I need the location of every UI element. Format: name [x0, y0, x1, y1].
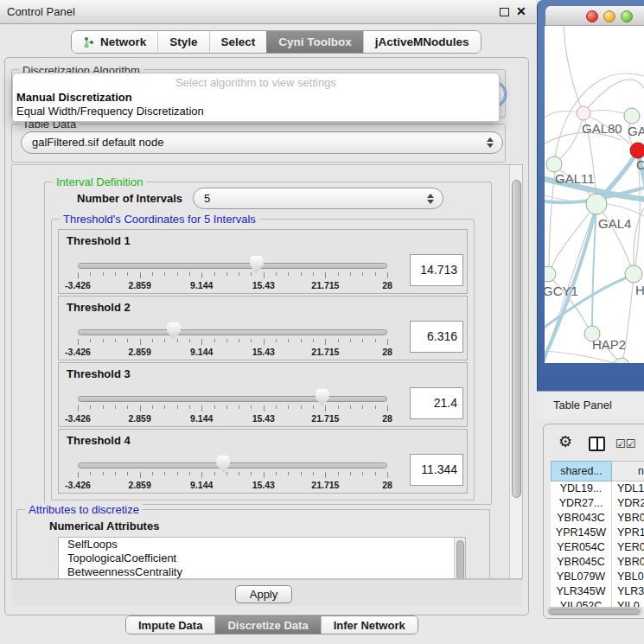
threshold-value-box[interactable]: 14.713: [410, 254, 463, 286]
tab-style[interactable]: Style: [157, 31, 208, 53]
cell-name[interactable]: YER0: [612, 540, 644, 555]
network-node-gal80[interactable]: [577, 106, 590, 120]
gear-icon[interactable]: ⚙: [558, 434, 572, 450]
tab-label: Select: [221, 35, 256, 48]
attributes-group-label: Attributes to discretize: [25, 503, 143, 516]
scrollbar-thumb[interactable]: [456, 540, 464, 579]
numerical-attributes-list[interactable]: SelfLoopsTopologicalCoefficientBetweenne…: [58, 537, 466, 579]
tab-cyni-toolbox[interactable]: Cyni Toolbox: [266, 31, 363, 53]
table-row[interactable]: YBR043CYBR0: [551, 511, 644, 526]
number-of-intervals-combobox[interactable]: 5: [193, 188, 443, 209]
column-header-name[interactable]: na: [612, 461, 644, 481]
algorithm-popup-hint: Select algorithm to view settings: [13, 76, 499, 89]
threshold-panel: Threshold 1-3.4262.8599.14415.4321.71528…: [58, 229, 468, 294]
slider-track[interactable]: [78, 396, 387, 402]
node-label: GAL80: [582, 121, 622, 136]
cell-shared-name[interactable]: YPR145W: [551, 526, 612, 540]
table-row[interactable]: YBR045CYBR0: [551, 555, 644, 570]
cell-name[interactable]: YLR3: [612, 584, 644, 599]
slider-scale-labels: -3.4262.8599.14415.4321.71528: [78, 347, 387, 357]
column-header-shared-name[interactable]: shared...: [551, 461, 612, 481]
network-node-gcy1[interactable]: [545, 266, 556, 282]
application-window: Control Panel ✕ NetworkStyleSelectCyni T…: [0, 0, 644, 644]
table-row[interactable]: YLR345WYLR3: [551, 584, 644, 599]
apply-button[interactable]: Apply: [235, 585, 292, 603]
cell-shared-name[interactable]: YDR27...: [551, 496, 612, 511]
zoom-traffic-light-icon[interactable]: [621, 10, 633, 22]
cell-name[interactable]: YPR1: [612, 526, 644, 540]
threshold-label: Threshold 1: [67, 234, 131, 247]
table-data-combobox[interactable]: galFiltered.sif default node: [21, 131, 503, 154]
slider-thumb[interactable]: [216, 456, 230, 473]
slider-thumb[interactable]: [167, 322, 181, 340]
table-row[interactable]: YDL19...YDL1: [551, 481, 644, 496]
cell-shared-name[interactable]: YIL052C: [551, 599, 612, 607]
tab-label: Cyni Toolbox: [278, 35, 352, 48]
network-node-c[interactable]: [630, 143, 644, 158]
close-icon[interactable]: ✕: [516, 4, 526, 18]
network-node-gal11[interactable]: [546, 156, 562, 172]
tab-discretize-data[interactable]: Discretize Data: [214, 616, 320, 634]
control-panel-title: Control Panel: [7, 5, 75, 18]
tab-impute-data[interactable]: Impute Data: [126, 616, 214, 634]
tab-network[interactable]: Network: [72, 31, 157, 53]
attributes-list-scrollbar[interactable]: [454, 538, 465, 579]
column-select-icons[interactable]: ☑☑: [615, 437, 635, 450]
slider-track[interactable]: [78, 462, 387, 469]
network-node-h[interactable]: [625, 265, 642, 283]
tab-infer-network[interactable]: Infer Network: [321, 616, 418, 634]
cell-shared-name[interactable]: YDL19...: [551, 481, 612, 496]
table-row[interactable]: YBL079WYBL0: [551, 570, 644, 584]
threshold-value-box[interactable]: 6.316: [410, 321, 463, 353]
scrollbar-thumb[interactable]: [549, 609, 640, 615]
number-of-intervals-label: Number of Intervals: [77, 192, 182, 205]
slider-track[interactable]: [78, 329, 387, 335]
cell-shared-name[interactable]: YBR045C: [551, 555, 612, 570]
minimize-traffic-light-icon[interactable]: [603, 10, 615, 22]
tab-select[interactable]: Select: [209, 31, 267, 53]
split-view-icon[interactable]: [589, 437, 605, 451]
node-label: HAP2: [592, 337, 626, 352]
cell-name[interactable]: YBR0: [612, 511, 644, 526]
algorithm-option[interactable]: Equal Width/Frequency Discretization: [16, 105, 204, 118]
threshold-value-box[interactable]: 11.344: [410, 454, 463, 486]
tab-jactivemnodules[interactable]: jActiveMNodules: [363, 31, 481, 53]
cell-name[interactable]: YBL0: [612, 570, 644, 584]
panel-vertical-scrollbar[interactable]: [509, 165, 522, 578]
tab-label: jActiveMNodules: [375, 35, 469, 48]
attribute-item[interactable]: TopologicalCoefficient: [59, 552, 465, 565]
network-canvas[interactable]: GAL80GACGAL11GAL4GCY1HHAP2: [545, 26, 644, 363]
table-row[interactable]: YER054CYER0: [551, 540, 644, 555]
cell-shared-name[interactable]: YBL079W: [551, 570, 612, 584]
slider-ticks: [78, 472, 387, 479]
table-panel-titlebar: Table Panel: [537, 391, 644, 418]
attribute-item[interactable]: BetweennessCentrality: [59, 565, 465, 579]
table-row[interactable]: YIL052CYIL0: [551, 599, 644, 607]
cell-shared-name[interactable]: YLR345W: [551, 584, 612, 599]
close-traffic-light-icon[interactable]: [586, 10, 598, 22]
network-node-gal4[interactable]: [586, 194, 607, 214]
cell-name[interactable]: YDL1: [612, 481, 644, 496]
network-node-ga[interactable]: [624, 108, 640, 124]
cell-shared-name[interactable]: YER054C: [551, 540, 612, 555]
tab-label: Style: [169, 35, 197, 48]
table-horizontal-scrollbar[interactable]: [547, 607, 642, 615]
threshold-label: Threshold 3: [67, 367, 131, 380]
algorithm-option[interactable]: Manual Discretization: [16, 91, 132, 104]
threshold-value-box[interactable]: 21.4: [410, 387, 463, 419]
cell-name[interactable]: YIL0: [612, 599, 644, 607]
attribute-item[interactable]: SelfLoops: [59, 538, 465, 552]
slider-track[interactable]: [78, 263, 387, 269]
network-window-titlebar: [545, 6, 644, 26]
slider-thumb[interactable]: [250, 256, 264, 273]
slider-thumb[interactable]: [316, 389, 329, 406]
table-row[interactable]: YPR145WYPR1: [551, 526, 644, 540]
float-window-icon[interactable]: [500, 8, 509, 16]
scrollbar-thumb[interactable]: [512, 180, 521, 498]
cell-shared-name[interactable]: YBR043C: [551, 511, 612, 526]
interval-definition-label: Interval Definition: [53, 175, 146, 188]
cell-name[interactable]: YBR0: [612, 555, 644, 570]
cell-name[interactable]: YDR2: [612, 496, 644, 511]
table-row[interactable]: YDR27...YDR2: [551, 496, 644, 511]
spinner-icon: [487, 137, 494, 148]
